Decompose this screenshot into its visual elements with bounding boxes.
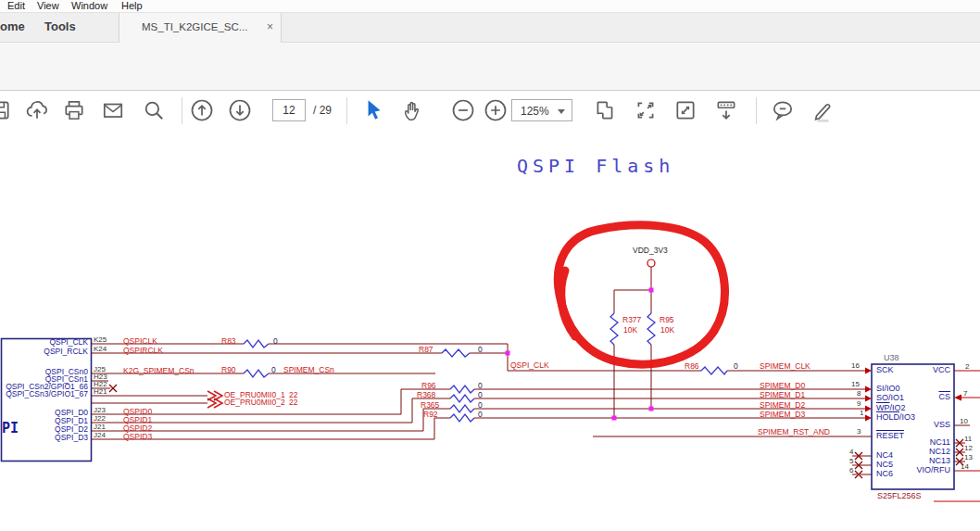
email-icon[interactable] bbox=[101, 98, 125, 122]
chip-pin-name: SI/IO0 bbox=[876, 384, 900, 393]
toolbar: / 29 125% bbox=[0, 43, 980, 91]
power-net-label: VDD_3V3 bbox=[633, 246, 668, 255]
comment-icon[interactable] bbox=[771, 98, 795, 122]
pin-number: 13 bbox=[964, 453, 973, 462]
chip-pin-name: VSS bbox=[934, 420, 950, 429]
block-pin-name: QSPI_D3 bbox=[55, 433, 88, 442]
save-icon[interactable] bbox=[0, 98, 12, 122]
chip-ref: U38 bbox=[884, 353, 899, 362]
full-screen-icon[interactable] bbox=[673, 98, 697, 122]
document-tab-title: MS_TI_K2GICE_SC... bbox=[142, 21, 247, 32]
net-label: SPIMEM_CLK bbox=[760, 361, 810, 371]
hand-tool-icon[interactable] bbox=[400, 98, 424, 122]
resistor-value: 0 bbox=[273, 336, 278, 346]
qspi-block-outline bbox=[2, 339, 92, 461]
chip-pin-name: NC11 bbox=[930, 437, 950, 447]
menu-edit[interactable]: Edit bbox=[7, 0, 25, 11]
toolbar-separator bbox=[346, 97, 347, 124]
toolbars-collapse-icon[interactable] bbox=[714, 98, 738, 122]
net-label: SPIMEM_D3 bbox=[760, 410, 805, 419]
zoom-level-dropdown[interactable]: 125% bbox=[511, 99, 572, 121]
page-scroll-icon[interactable] bbox=[593, 98, 617, 122]
select-tool-icon[interactable] bbox=[361, 98, 385, 122]
pin-number: 4 bbox=[849, 448, 853, 457]
chip-pin-name: WP/IO2 bbox=[876, 403, 906, 412]
net-label: QSPI_CLK bbox=[510, 360, 549, 370]
next-page-icon[interactable] bbox=[228, 98, 252, 122]
zoom-out-icon[interactable] bbox=[451, 98, 475, 122]
acrobat-window: Edit View Window Help ome Tools MS_TI_K2… bbox=[0, 0, 980, 531]
pin-number: 11 bbox=[964, 435, 972, 444]
toolbar-separator bbox=[182, 97, 182, 124]
tab-home[interactable]: ome bbox=[0, 19, 25, 33]
resistor-ref: R87 bbox=[419, 345, 433, 354]
chip-pin-name: SCK bbox=[876, 365, 894, 374]
pin-number: 6 bbox=[849, 466, 853, 475]
net-label: QSPID3 bbox=[123, 432, 152, 441]
net-label: QSPIRCLK bbox=[123, 346, 163, 355]
print-icon[interactable] bbox=[62, 98, 86, 122]
power-wires bbox=[934, 371, 980, 501]
chip-pin-name: SO/IO1 bbox=[876, 393, 904, 402]
chip-pin-name: NC13 bbox=[929, 456, 950, 465]
page-title: QSPI Flash bbox=[517, 155, 674, 177]
pin-number: 3 bbox=[857, 427, 861, 436]
net-label: OE_PRU0MII0_2 bbox=[224, 398, 285, 407]
fit-page-icon[interactable] bbox=[634, 98, 658, 122]
resistor-value: 0 bbox=[478, 345, 483, 354]
search-icon[interactable] bbox=[142, 98, 166, 122]
pin-number: 2 bbox=[965, 362, 969, 372]
net-label: SPIMEM_RST_AND bbox=[758, 427, 830, 436]
pin-number: 16 bbox=[851, 361, 860, 371]
pin-number: 8 bbox=[857, 389, 861, 398]
block-pin-name: QSPI_CLK bbox=[49, 337, 88, 347]
chip-pin-name: VIO/RFU bbox=[916, 465, 950, 474]
page-total: / 29 bbox=[313, 104, 332, 117]
zoom-level-value: 125% bbox=[521, 105, 549, 118]
zoom-in-icon[interactable] bbox=[484, 98, 508, 122]
chevron-down-icon bbox=[558, 109, 565, 114]
resistor-ref: R86 bbox=[685, 361, 699, 371]
power-symbol bbox=[647, 259, 655, 267]
resistor-ref: R95 bbox=[660, 315, 674, 324]
resistor-ref: R90 bbox=[221, 365, 236, 374]
tab-document[interactable]: MS_TI_K2GICE_SC... × bbox=[119, 13, 282, 43]
chip-pin-name: CS bbox=[938, 392, 950, 401]
menu-view[interactable]: View bbox=[37, 0, 59, 11]
pin-number: 15 bbox=[851, 380, 860, 389]
net-value: 22 bbox=[289, 398, 297, 407]
resistor-value: 0 bbox=[478, 400, 483, 410]
page-number-input[interactable] bbox=[272, 99, 306, 121]
resistor-value: 0 bbox=[478, 410, 483, 419]
net-label: SPIMEM_D2 bbox=[760, 400, 805, 410]
resistor-ref: R92 bbox=[423, 410, 438, 419]
tab-tools[interactable]: Tools bbox=[44, 19, 76, 33]
chip-pin-name: VCC bbox=[933, 365, 950, 374]
block-pin-name: QSPI_RCLK bbox=[44, 347, 88, 356]
resistor-value: 10K bbox=[623, 325, 637, 335]
net-label: SPIMEM_D0 bbox=[760, 381, 805, 390]
net-label: K2G_SPIMEM_CSn bbox=[123, 366, 195, 375]
resistor-ref: R368 bbox=[417, 390, 435, 399]
pin-number: H21 bbox=[94, 387, 107, 397]
resistor-ref: R96 bbox=[421, 381, 436, 390]
chip-part-number: S25FL256S bbox=[877, 491, 922, 500]
menu-window[interactable]: Window bbox=[71, 0, 107, 11]
junction-dots bbox=[506, 288, 654, 421]
cloud-upload-icon[interactable] bbox=[25, 98, 49, 122]
chip-pin-name: NC6 bbox=[876, 469, 893, 478]
resistor-value: 10K bbox=[660, 325, 674, 335]
close-icon[interactable]: × bbox=[267, 20, 273, 33]
net-label: SPIMEM_D1 bbox=[760, 390, 805, 399]
menu-bar: Edit View Window Help bbox=[0, 0, 980, 13]
menu-help[interactable]: Help bbox=[121, 0, 143, 11]
fill-sign-icon[interactable] bbox=[810, 98, 835, 122]
pin-number: K25 bbox=[94, 335, 107, 345]
net-label: SPIMEM_CSn bbox=[283, 365, 334, 374]
pin-number: J24 bbox=[94, 431, 106, 440]
chip-pin-name: RESET bbox=[876, 431, 904, 440]
previous-page-icon[interactable] bbox=[190, 98, 214, 122]
pin-number: K24 bbox=[94, 345, 107, 354]
resistor-ref: R83 bbox=[221, 336, 236, 346]
pin-number: 9 bbox=[857, 399, 861, 409]
